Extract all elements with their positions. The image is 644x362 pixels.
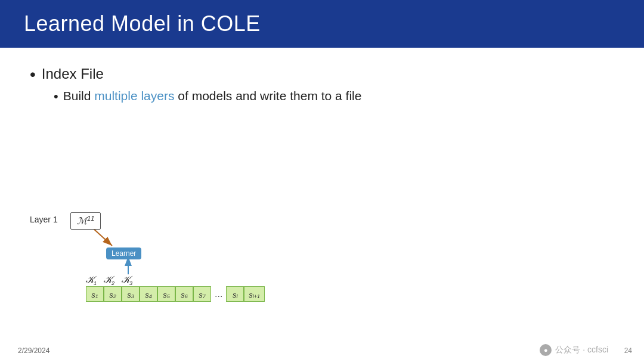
model-sup: 1 <box>91 215 94 222</box>
cell-si1: si+1 <box>244 286 265 302</box>
watermark-text: 公众号 · ccfsci <box>555 345 608 355</box>
k1-label: 𝒦1 <box>86 274 97 286</box>
cell-s6: s6 <box>175 286 193 302</box>
cell-s1: s1 <box>86 286 104 302</box>
slide-date: 2/29/2024 <box>18 346 49 355</box>
cell-s7: s7 <box>193 286 211 302</box>
arrow-model-to-learner <box>92 228 112 246</box>
ellipsis: ... <box>215 289 222 299</box>
bullet-dot-1: • <box>30 66 36 84</box>
slide-content: • Index File • Build multiple layers of … <box>0 48 644 116</box>
slide-title: Learned Model in COLE <box>24 11 261 36</box>
bullet-dot-2: • <box>54 89 58 104</box>
cell-s5: s5 <box>157 286 175 302</box>
bullet2-prefix: Build <box>63 89 95 103</box>
watermark-area: ● 公众号 · ccfsci <box>540 344 608 356</box>
bullet2-container: Build multiple layers of models and writ… <box>63 89 362 103</box>
cell-si: si <box>226 286 244 302</box>
bullet2-highlight: multiple layers <box>94 89 174 103</box>
wechat-circle-icon: ● <box>540 344 552 356</box>
page-number: 24 <box>624 346 632 355</box>
bullet-level1: • Index File <box>30 66 614 84</box>
model-symbol: ℳ <box>77 215 87 227</box>
slide-header: Learned Model in COLE <box>0 0 644 48</box>
data-cells-row: s1 s2 s3 s4 s5 s6 s7 ... si si+1 <box>86 286 265 302</box>
cell-s2: s2 <box>104 286 122 302</box>
bullet-level2: • Build multiple layers of models and wr… <box>54 89 614 104</box>
learner-label: Learner <box>112 249 136 258</box>
layer-label: Layer 1 <box>30 215 58 224</box>
cell-s4: s4 <box>140 286 157 302</box>
bullet1-text: Index File <box>42 66 104 82</box>
k-symbols-row: 𝒦1 𝒦2 𝒦3 <box>86 274 132 286</box>
cell-s3: s3 <box>122 286 140 302</box>
model-box: ℳ11 <box>70 212 101 230</box>
learner-bubble: Learner <box>106 247 141 259</box>
bullet2-suffix: of models and write them to a file <box>174 89 361 103</box>
k2-label: 𝒦2 <box>104 274 114 286</box>
k3-label: 𝒦3 <box>122 274 132 286</box>
